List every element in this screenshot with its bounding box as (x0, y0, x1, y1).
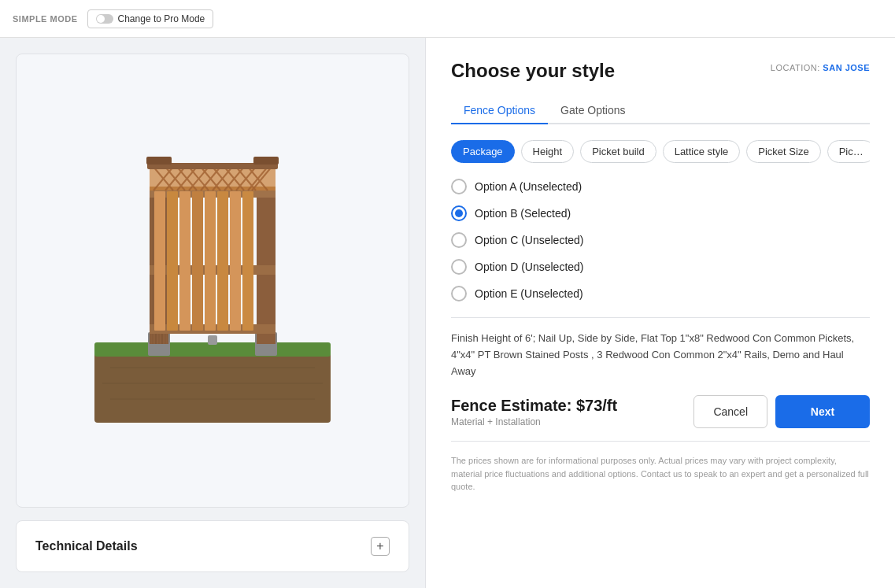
option-e-label: Option E (Unselected) (475, 287, 583, 300)
filter-row: Package Height Picket build Lattice styl… (451, 140, 870, 163)
svg-rect-19 (230, 191, 241, 331)
panel-title: Choose your style (451, 60, 615, 82)
tab-fence-options[interactable]: Fence Options (451, 98, 548, 124)
expand-icon[interactable]: + (371, 537, 390, 556)
option-group: Option A (Unselected) Option B (Selected… (451, 179, 870, 301)
estimate-sub: Material + Installation (451, 416, 617, 427)
filter-package[interactable]: Package (451, 140, 515, 163)
radio-b (451, 205, 467, 221)
tab-row: Fence Options Gate Options (451, 98, 870, 124)
svg-rect-44 (208, 335, 217, 345)
svg-rect-20 (242, 191, 253, 331)
main-layout: Technical Details + Choose your style LO… (0, 38, 895, 588)
pro-mode-button[interactable]: Change to Pro Mode (87, 9, 214, 28)
right-panel: Choose your style LOCATION: SAN JOSE Fen… (425, 38, 895, 588)
fence-preview (16, 54, 409, 508)
svg-rect-0 (94, 352, 331, 423)
radio-e (451, 286, 467, 301)
panel-header: Choose your style LOCATION: SAN JOSE (451, 60, 870, 82)
svg-rect-13 (154, 191, 165, 331)
left-panel: Technical Details + (0, 38, 425, 588)
simple-mode-label: SIMPLE MODE (13, 14, 78, 24)
estimate-info: Fence Estimate: $73/ft Material + Instal… (451, 397, 617, 427)
next-button[interactable]: Next (775, 395, 870, 428)
filter-picket-build[interactable]: Picket build (580, 140, 656, 163)
svg-rect-14 (167, 191, 178, 331)
filter-pic[interactable]: Pic… (827, 140, 870, 163)
pro-mode-label: Change to Pro Mode (118, 13, 205, 24)
technical-details-card: Technical Details + (16, 520, 409, 572)
option-c[interactable]: Option C (Unselected) (451, 232, 870, 248)
svg-rect-42 (146, 157, 172, 165)
option-d[interactable]: Option D (Unselected) (451, 259, 870, 275)
location-label: LOCATION: SAN JOSE (771, 63, 870, 72)
disclaimer-text: The prices shown are for informational p… (451, 454, 870, 494)
filter-picket-size[interactable]: Picket Size (746, 140, 820, 163)
option-e[interactable]: Option E (Unselected) (451, 286, 870, 301)
action-buttons: Cancel Next (693, 395, 870, 428)
option-b-label: Option B (Selected) (475, 207, 571, 220)
svg-rect-43 (253, 157, 279, 165)
technical-details-title: Technical Details (35, 539, 138, 553)
cancel-button[interactable]: Cancel (693, 395, 767, 428)
option-c-label: Option C (Unselected) (475, 234, 584, 246)
svg-rect-17 (205, 191, 216, 331)
location-value: SAN JOSE (823, 63, 870, 72)
option-b[interactable]: Option B (Selected) (451, 205, 870, 221)
radio-d (451, 259, 467, 275)
topbar: SIMPLE MODE Change to Pro Mode (0, 0, 895, 38)
estimate-row: Fence Estimate: $73/ft Material + Instal… (451, 395, 870, 428)
filter-lattice-style[interactable]: Lattice style (663, 140, 741, 163)
option-a[interactable]: Option A (Unselected) (451, 179, 870, 194)
filter-height[interactable]: Height (521, 140, 575, 163)
radio-a (451, 179, 467, 194)
svg-rect-16 (192, 191, 203, 331)
divider (451, 317, 870, 318)
location-container: LOCATION: SAN JOSE (771, 60, 870, 74)
fence-illustration (47, 124, 378, 438)
svg-rect-18 (217, 191, 228, 331)
option-a-label: Option A (Unselected) (475, 180, 582, 193)
divider-2 (451, 441, 870, 442)
tab-gate-options[interactable]: Gate Options (548, 98, 638, 124)
estimate-price: Fence Estimate: $73/ft (451, 397, 617, 415)
option-d-label: Option D (Unselected) (475, 261, 584, 273)
svg-rect-15 (179, 191, 190, 331)
toggle-icon (96, 14, 113, 24)
description-text: Finish Height of 6'; Nail Up, Side by Si… (451, 331, 870, 379)
radio-c (451, 232, 467, 248)
